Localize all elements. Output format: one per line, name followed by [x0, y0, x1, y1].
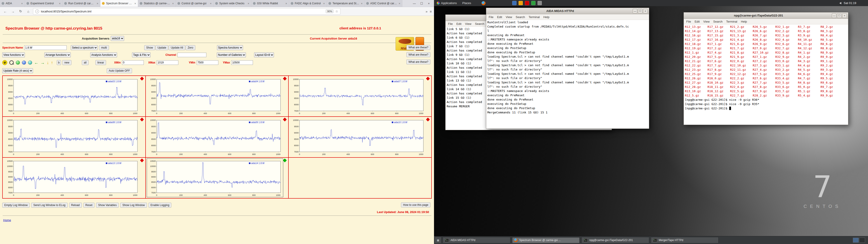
spectra-functions-dropdown[interactable]: Spectra functions: [217, 45, 243, 50]
bookmark-star-icon[interactable]: ☆: [335, 9, 338, 13]
menu-item-view[interactable]: View: [504, 15, 514, 19]
green-ball-icon[interactable]: [16, 61, 20, 65]
linear-button[interactable]: linear: [95, 60, 106, 65]
tags-fits-dropdown[interactable]: Tags & Fits: [132, 53, 151, 57]
places-menu[interactable]: Places: [460, 0, 474, 6]
maximize-icon[interactable]: ☐: [837, 13, 842, 18]
browser-tab[interactable]: Temperature and Status×: [327, 0, 365, 7]
empty-log-window-button[interactable]: Empty Log Window: [2, 203, 30, 208]
xmin-input[interactable]: [122, 60, 144, 65]
browser-tab[interactable]: System wide Checks×: [214, 0, 251, 7]
menu-item-view[interactable]: View: [463, 22, 473, 26]
update-all-button[interactable]: Update All: [168, 45, 185, 50]
galleries-dropdown[interactable]: Number of Galleries: [217, 53, 246, 57]
site-info-icon[interactable]: i: [35, 9, 39, 13]
menu-hamburger-icon[interactable]: ≡: [430, 9, 432, 13]
maximize-icon[interactable]: ☐: [638, 9, 643, 13]
forward-icon[interactable]: →: [10, 8, 16, 14]
yellow-down-arrow-icon[interactable]: ↓: [47, 61, 49, 65]
taskbar-window-button[interactable]: >_AIDA MIDAS HTTPd: [442, 237, 510, 243]
home-icon[interactable]: ⌂: [25, 8, 31, 14]
browser-tab[interactable]: Control @ carme-gsi×: [176, 0, 214, 7]
b-button[interactable]: b: [57, 60, 61, 65]
address-bar[interactable]: i localhost:8015/Spectrum/Spectrum.tml 9…: [33, 8, 340, 15]
all-button[interactable]: all: [82, 60, 89, 65]
enable-logging-button[interactable]: Enable Logging: [149, 203, 171, 208]
tab-close-icon[interactable]: ×: [134, 2, 136, 5]
ymax-input[interactable]: [231, 60, 253, 65]
yellow-up-arrow-icon[interactable]: ↑: [51, 61, 53, 65]
status-diamond-icon[interactable]: [283, 77, 287, 81]
spectrum-cell[interactable]: 7500800085009000950010000020040060080010…: [146, 76, 289, 117]
taskbar-window-button[interactable]: >_Merger/Tape HTTPd: [651, 237, 719, 243]
menu-item-file[interactable]: File: [446, 22, 454, 26]
close-icon[interactable]: ×: [842, 13, 847, 18]
menu-item-file[interactable]: File: [685, 20, 692, 24]
spectrum-cell[interactable]: 7500800085009000950010000020040060080010…: [288, 76, 432, 117]
channel-input[interactable]: [178, 53, 206, 57]
terminal-output[interactable]: R12_13.gzR17_12.gzR21_2.gzR26_5.gzR32_1.…: [684, 24, 848, 125]
spectrum-cell[interactable]: 7500800085009000950010000020040060080010…: [146, 117, 289, 157]
firefox-panel-icon[interactable]: [482, 1, 486, 5]
close-icon[interactable]: ×: [643, 9, 648, 13]
spectrum-cell[interactable]: 7500800085009000950010000020040060080010…: [2, 117, 146, 157]
spectrum-cell[interactable]: 7500800085009000950010000105000200400600…: [2, 157, 146, 199]
browser-tab[interactable]: Run Control @ carme-gsi×: [63, 0, 100, 7]
how-to-use-button[interactable]: How to use this page: [401, 203, 430, 207]
back-icon[interactable]: ←: [2, 8, 8, 14]
ymin-input[interactable]: [197, 60, 218, 65]
select-spectrum-dropdown[interactable]: Select a spectrum: [71, 45, 98, 50]
tab-close-icon[interactable]: ×: [21, 2, 23, 5]
update-button[interactable]: Update: [156, 45, 168, 50]
radiation-icon[interactable]: ☢: [2, 60, 7, 65]
maximize-icon[interactable]: ☐: [418, 2, 425, 5]
status-diamond-icon[interactable]: [140, 159, 144, 162]
spectrum-name-input[interactable]: [24, 45, 67, 50]
minimize-icon[interactable]: —: [633, 9, 637, 13]
status-diamond-icon[interactable]: [426, 118, 430, 122]
menu-item-help[interactable]: Help: [542, 15, 551, 19]
spectrum-cell[interactable]: 7500800085009000950010000020040060080010…: [288, 117, 432, 157]
zero-button[interactable]: Zero: [186, 45, 195, 50]
tab-close-icon[interactable]: ×: [96, 2, 98, 5]
status-diamond-icon[interactable]: [283, 118, 287, 122]
taskbar-window-button[interactable]: Spectrum Browser @ carme-gsi ...: [512, 237, 580, 243]
tab-close-icon[interactable]: ×: [285, 2, 287, 5]
status-diamond-icon[interactable]: [283, 159, 287, 162]
layout-dropdown[interactable]: Layout ID=8: [254, 53, 274, 57]
show-variables-button[interactable]: Show Variables: [96, 203, 119, 208]
browser-tab[interactable]: Spectrum Browser @ carme-gsi×: [100, 0, 138, 7]
minimize-icon[interactable]: —: [832, 13, 836, 18]
menu-item-edit[interactable]: Edit: [693, 20, 701, 24]
spectrum-cell[interactable]: 7500800085009000950010000020040060080010…: [2, 76, 146, 117]
browser-tab[interactable]: Experiment Control×: [25, 0, 63, 7]
tab-close-icon[interactable]: ×: [323, 2, 325, 5]
home-link[interactable]: Home: [3, 218, 11, 222]
terminal-window-npg[interactable]: npg@carme-gsi:/TapeData/G22-201 — ☐ × Fi…: [684, 12, 848, 125]
tab-close-icon[interactable]: ×: [59, 2, 61, 5]
teal-ball-icon[interactable]: [28, 61, 32, 65]
browser-tab[interactable]: AIDA×: [0, 0, 25, 7]
green-right-arrow-icon[interactable]: →: [40, 61, 45, 65]
browser-tab[interactable]: FADC Align & Control×: [289, 0, 327, 7]
browser-tab[interactable]: GSI White Rabbit×: [251, 0, 289, 7]
reload-icon[interactable]: ↻: [18, 8, 24, 14]
launcher-1-icon[interactable]: [512, 1, 517, 5]
terminal-titlebar[interactable]: npg@carme-gsi:/TapeData/G22-201 — ☐ ×: [684, 12, 848, 19]
taskbar-window-button[interactable]: >_npg@carme-gsi:/TapeData/G22-201: [581, 237, 649, 243]
terminal-output[interactable]: RunControlClient loadedCompleted custom …: [486, 20, 649, 129]
auto-update-button[interactable]: Auto Update OFF: [107, 68, 132, 73]
show-desktop-icon[interactable]: ▦: [435, 237, 441, 243]
menu-item-search[interactable]: Search: [514, 15, 526, 19]
reload-button[interactable]: Reload: [69, 203, 82, 208]
blue-ball-icon[interactable]: [22, 61, 26, 65]
multi-button[interactable]: multi: [99, 45, 109, 50]
panel-clock[interactable]: Sat 01:19: [844, 1, 856, 5]
view-functions-dropdown[interactable]: View functions: [2, 53, 25, 57]
menu-item-edit[interactable]: Edit: [495, 15, 504, 19]
launcher-4-icon[interactable]: [531, 1, 535, 5]
acquisition-server-select[interactable]: aida16: [111, 36, 124, 41]
browser-tab[interactable]: ASIC Control @ carme-gsi×: [365, 0, 402, 7]
reset-button[interactable]: Reset: [84, 203, 94, 208]
launcher-2-icon[interactable]: [519, 1, 523, 5]
